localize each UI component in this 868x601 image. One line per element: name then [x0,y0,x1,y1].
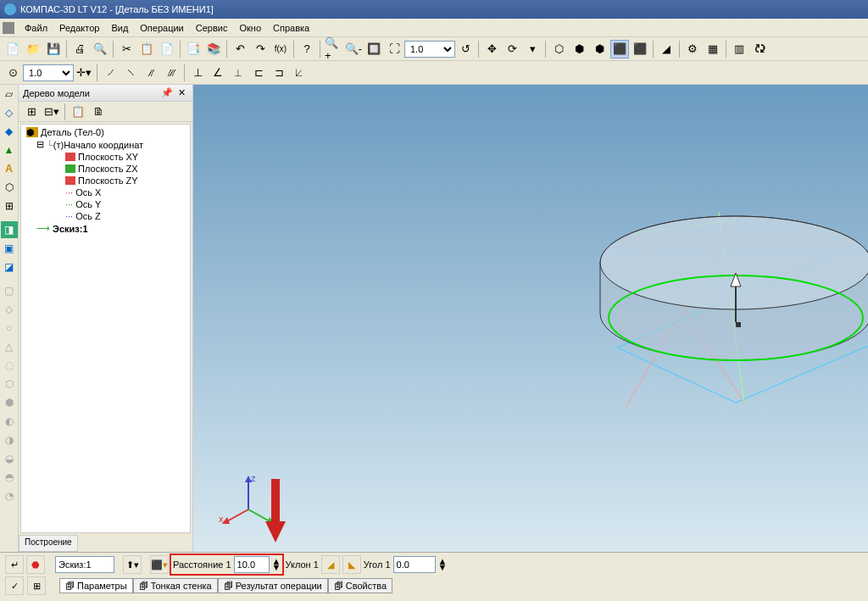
rail-dim[interactable]: ◆ [1,123,18,140]
rail-text[interactable]: A [1,160,18,177]
menu-editor[interactable]: Редактор [53,20,105,36]
rebuild-button[interactable]: ⚙ [683,40,702,58]
redo-button[interactable]: ↷ [251,40,270,58]
rail-op3[interactable]: ◪ [1,259,18,275]
rail-t3[interactable]: ○ [1,320,18,337]
save-button[interactable]: 💾 [44,40,63,58]
step-combo[interactable]: 1.0 [23,64,74,81]
rail-t11[interactable]: ◓ [1,469,18,486]
no-hidden-button[interactable]: ⬢ [590,40,609,58]
prop-stop-button[interactable]: ⬣ [26,555,45,574]
rail-t7[interactable]: ⬢ [1,394,18,411]
hidden-button[interactable]: ⬢ [570,40,588,58]
tree-plane-zy[interactable]: Плоскость ZY [23,175,188,186]
tree-origin[interactable]: ⊟└(т)Начало координат [23,138,188,151]
tree-axis-x[interactable]: ∙∙∙ Ось X [23,186,188,198]
paste-button[interactable]: 📄 [158,40,176,58]
menu-view[interactable]: Вид [105,20,134,36]
snap-button[interactable]: ⊙ [3,64,22,82]
coord-button[interactable]: ✛▾ [75,64,93,82]
tree-close-button[interactable]: ✕ [175,87,188,97]
rail-t1[interactable]: ▢ [1,282,18,299]
rail-op1[interactable]: ◨ [1,221,18,238]
tab-thin-wall[interactable]: 🗐Тонкая стенка [133,578,218,593]
prop-apply-button[interactable]: ✓ [5,576,24,595]
tab-properties[interactable]: 🗐Свойства [328,578,392,593]
open-button[interactable]: 📁 [24,40,42,58]
new-button[interactable]: 📄 [3,40,22,58]
shaded-button[interactable]: ⬛ [610,40,629,58]
sketch-field[interactable] [55,556,114,573]
rail-t9[interactable]: ◑ [1,431,18,448]
rail-t4[interactable]: △ [1,338,18,355]
rail-spatial[interactable]: ⬡ [1,179,18,196]
zoom-in-button[interactable]: 🔍+ [324,40,342,58]
tree-sketch[interactable]: ⟶ Эскиз:1 [23,222,188,235]
rail-edit[interactable]: ▲ [1,142,18,159]
help-button[interactable]: ? [298,40,316,58]
rail-t10[interactable]: ◒ [1,450,18,467]
rail-select[interactable]: ▱ [1,86,18,103]
preview-button[interactable]: 🔍 [91,40,109,58]
viewport[interactable]: z x y [193,85,868,552]
menu-service[interactable]: Сервис [190,20,234,36]
zoom-out-button[interactable]: 🔍- [344,40,363,58]
tree-body[interactable]: ⬢Деталь (Тел-0) ⊟└(т)Начало координат Пл… [20,124,191,533]
tree-axis-y[interactable]: ∙∙∙ Ось Y [23,198,188,210]
rail-t5[interactable]: ◌ [1,357,18,374]
snap4-button[interactable]: ⫻ [162,64,181,82]
pan-button[interactable]: ✥ [482,40,501,58]
snap2-button[interactable]: ⟍ [121,64,140,82]
constr5-button[interactable]: ⊐ [270,64,288,82]
rail-t8[interactable]: ◐ [1,413,18,430]
menu-help[interactable]: Справка [267,20,315,36]
perspective-button[interactable]: ◢ [657,40,676,58]
snap3-button[interactable]: ⫽ [142,64,160,82]
constr3-button[interactable]: ⟂ [229,64,248,82]
snap1-button[interactable]: ⟋ [101,64,120,82]
lcs-button[interactable]: ⟀ [290,64,309,82]
distance-spin-down[interactable]: ▼ [272,565,281,570]
scale-combo[interactable]: 1.0 [404,41,455,58]
handle-2[interactable] [736,322,741,327]
tree-pin-button[interactable]: 📌 [159,87,175,97]
simplify-button[interactable]: ▦ [704,40,722,58]
wireframe-button[interactable]: ⬡ [549,40,568,58]
tab-params[interactable]: 🗐Параметры [59,578,133,593]
zoom-prev-button[interactable]: ↺ [456,40,475,58]
zoom-fit-button[interactable]: ⛶ [385,40,403,58]
tree-tb2[interactable]: ⊟▾ [42,103,61,121]
menu-window[interactable]: Окно [233,20,267,36]
type-button[interactable]: ⬛▾ [150,555,169,574]
print-button[interactable]: 🖨 [70,40,89,58]
redraw-button[interactable]: 🗘 [750,40,769,58]
angle-input[interactable] [393,556,436,573]
tree-tb1[interactable]: ⊞ [22,103,41,121]
menu-operations[interactable]: Операции [134,20,189,36]
orient-button[interactable]: ▾ [523,40,542,58]
tree-root[interactable]: ⬢Деталь (Тел-0) [23,126,188,138]
rail-t12[interactable]: ◔ [1,487,18,504]
shaded-edges-button[interactable]: ⬛ [631,40,649,58]
menu-file[interactable]: Файл [19,20,53,36]
tab-result[interactable]: 🗐Результат операции [218,578,328,593]
fx-button[interactable]: f(x) [271,40,290,58]
distance-input[interactable] [234,556,270,573]
section-button[interactable]: ▥ [730,40,748,58]
tree-tb3[interactable]: 📋 [69,103,87,121]
rail-t2[interactable]: ◇ [1,301,18,318]
library-button[interactable]: 📚 [204,40,223,58]
constr1-button[interactable]: ⊥ [188,64,207,82]
props-button[interactable]: 📑 [184,40,203,58]
direction-button[interactable]: ⬆▾ [123,555,142,574]
prop-back-button[interactable]: ↵ [5,555,24,574]
constr4-button[interactable]: ⊏ [249,64,268,82]
rail-geom[interactable]: ◇ [1,104,18,121]
prop-tree-button[interactable]: ⊞ [27,576,46,595]
tree-tb4[interactable]: 🗎 [89,103,108,121]
rail-aux[interactable]: ⊞ [1,198,18,214]
rail-op2[interactable]: ▣ [1,240,18,257]
cut-button[interactable]: ✂ [117,40,136,58]
slope-button2[interactable]: ◣ [342,555,361,574]
rotate-button[interactable]: ⟳ [503,40,521,58]
